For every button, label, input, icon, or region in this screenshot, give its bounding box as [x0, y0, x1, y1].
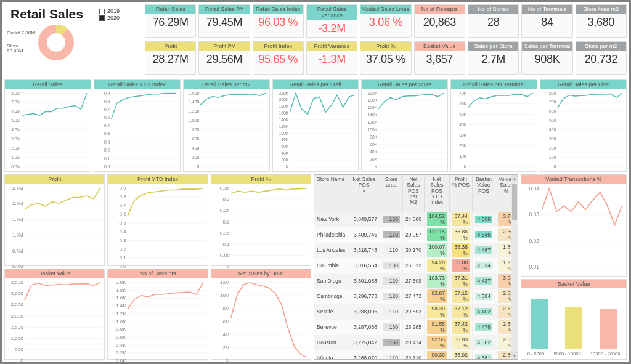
chart-card[interactable]: Net Sales by Hour 12M10M8M6M4M2MM0911131… [211, 269, 311, 360]
svg-text:1,500: 1,500 [11, 324, 23, 330]
chart-title: Retail Sales per Line [540, 80, 626, 89]
kpi-card[interactable]: Profit % 37.05 % [360, 41, 411, 75]
svg-text:100K: 100K [368, 127, 378, 132]
kpi-card[interactable]: No of Terminals 84 [521, 4, 572, 38]
cell: 30,170 [402, 243, 424, 258]
kpi-card[interactable]: Sales per Terminal 908K [521, 41, 572, 75]
cell: 92.55 % [424, 335, 449, 350]
legend-2020[interactable]: 2020 [99, 15, 120, 21]
chart-title: Voided Transactions % [521, 175, 626, 184]
chart-card[interactable]: Retail Sales per m2 1,6001,4001,2001,000… [183, 79, 270, 172]
table-row[interactable]: Seattle3,288,09511029,89298.39 %37.12 %4… [314, 304, 511, 320]
svg-text:0.4: 0.4 [120, 229, 127, 235]
kpi-card[interactable]: Profit 28.27M [145, 41, 196, 75]
svg-text:3,500: 3,500 [11, 280, 23, 285]
svg-text:3,000: 3,000 [11, 291, 23, 296]
col-header[interactable]: Basket Value POS [472, 175, 495, 212]
svg-text:0.15: 0.15 [220, 230, 230, 236]
voided-chart[interactable]: Voided Transactions %0.040.030.020.01 [521, 174, 627, 277]
kpi-card[interactable]: Basket Value 3,657 [414, 41, 465, 75]
donut-svg [36, 23, 76, 62]
chart-card[interactable]: Profit % 0.350.30.250.20.150.10.050 [211, 174, 311, 266]
legend-2019[interactable]: 2019 [99, 8, 120, 14]
chart-card[interactable]: Retail Sales per Staff 220K200K180K160K1… [272, 79, 359, 172]
col-header[interactable]: Store area [380, 175, 402, 212]
col-header[interactable]: Voided Sales % [495, 175, 511, 212]
kpi-card[interactable]: Retail Sales PY 79.45M [198, 4, 250, 38]
col-header[interactable]: Net Sales POS per M2 [402, 175, 424, 212]
svg-text:0.3: 0.3 [120, 238, 127, 243]
scrollbar[interactable]: ▲ ▼ [511, 175, 518, 359]
kpi-card[interactable]: Profit Index 95.65 % [253, 41, 304, 75]
table-row[interactable]: New York3,849,57716024,060104.52 %37.44 … [314, 212, 511, 227]
bar[interactable] [600, 309, 617, 349]
col-header[interactable]: Store Name [314, 175, 348, 212]
table-row[interactable]: San Diego3,301,08312027,509103.73 %37.31… [314, 273, 511, 289]
kpi-card[interactable]: Voided Sales Lines 3.06 % [360, 4, 411, 38]
kpi-card[interactable]: No of Receipts 20,863 [414, 4, 465, 38]
basket-bars-card[interactable]: Basket Value 0 - 50005000 - 1000010000 -… [521, 279, 627, 360]
table-body[interactable]: New York3,849,57716024,060104.52 %37.44 … [314, 212, 511, 359]
cell: 20,057 [402, 227, 424, 243]
scroll-up-icon[interactable]: ▲ [511, 175, 518, 182]
year-legend[interactable]: 2019 2020 [99, 8, 120, 21]
store-table[interactable]: Store NameNet Sales POS▼Store areaNet Sa… [314, 174, 518, 360]
kpi-card[interactable]: Retail Sales 76.29M [145, 4, 196, 38]
kpi-head: Profit % [360, 42, 410, 51]
charts-bot-left: Basket Value 3,5003,0002,5002,0001,5001,… [4, 269, 311, 360]
cell: 27,509 [402, 273, 424, 289]
kpi-head: Sales per Terminal [522, 42, 572, 51]
table-row[interactable]: Atlanta3,268,07011029,71090.30 %36.92 %4… [314, 350, 511, 359]
kpi-head: No of Terminals [522, 5, 572, 14]
cell: 120 [380, 289, 402, 304]
kpi-card[interactable]: Profit Variance -1.3M [306, 41, 357, 75]
svg-text:K: K [375, 163, 378, 169]
table-row[interactable]: Cambridge3,296,77312027,47392.87 %37.15 … [314, 289, 511, 304]
cell: 3,296,773 [348, 289, 380, 304]
table-header-row[interactable]: Store NameNet Sales POS▼Store areaNet Sa… [314, 175, 511, 212]
svg-text:400: 400 [192, 145, 199, 151]
svg-text:0.0: 0.0 [104, 163, 110, 169]
bar[interactable] [565, 307, 582, 349]
col-header[interactable]: Net Sales POS YTD Index [424, 175, 449, 212]
chart-card[interactable]: Retail Sales per Line 800700600500400300… [540, 79, 627, 172]
kpi-card[interactable]: Retail Sales Variance -3.2M [306, 4, 357, 38]
col-header[interactable]: Profit % POS [449, 175, 472, 212]
kpi-card[interactable]: Retail Sales Index 96.03 % [253, 4, 304, 38]
table-row[interactable]: Philadelphia3,409,74517020,057111.15 %36… [314, 227, 511, 243]
chart-card[interactable]: Retail Sales 8.0M7.0M6.0M5.0M4.0M3.0M2.0… [4, 79, 91, 172]
cell: 24,060 [402, 212, 424, 227]
kpi-head: Retail Sales PY [199, 5, 249, 14]
cell: 2.59 % [495, 320, 511, 335]
kpi-card[interactable]: Sales per Store 2.7M [468, 41, 519, 75]
chart-card[interactable]: Retail Sales per Terminal 70K60K50K40K30… [450, 79, 537, 172]
svg-text:300: 300 [549, 136, 556, 142]
chart-card[interactable]: Basket Value 3,5003,0002,5002,0001,5001,… [4, 269, 105, 360]
scrollbar-thumb[interactable] [512, 184, 517, 220]
bar[interactable] [531, 299, 548, 349]
table-row[interactable]: Los Angeles3,318,74811030,170100.07 %38.… [314, 243, 511, 258]
table-row[interactable]: Bellevue3,287,05613025,28591.55 %37.42 %… [314, 320, 511, 335]
chart-card[interactable]: Profit YTD Index 0.90.80.70.60.50.40.30.… [107, 174, 208, 266]
kpi-card[interactable]: No of Stores 28 [468, 4, 519, 38]
cell: 3,268,070 [348, 350, 380, 359]
chart-svg: 0.90.80.70.60.50.40.30.20.10.0 [94, 90, 179, 170]
kpi-head: Retail Sales [145, 5, 195, 14]
kpi-card[interactable]: Store per m2 20,732 [576, 41, 627, 75]
svg-text:80K: 80K [281, 137, 288, 142]
chart-card[interactable]: Retail Sales YTD Index 0.90.80.70.60.50.… [94, 79, 181, 172]
table-row[interactable]: Columbia3,316,56413025,51294.20 %35.00 %… [314, 258, 511, 273]
kpi-card[interactable]: Profit PY 29.56M [198, 41, 250, 75]
scroll-down-icon[interactable]: ▼ [511, 352, 518, 359]
col-header[interactable]: Net Sales POS▼ [348, 175, 380, 212]
chart-card[interactable]: Retail Sales per Store 200K180K160K140K1… [361, 79, 448, 172]
svg-text:0.35: 0.35 [220, 185, 230, 191]
kpi-card[interactable]: Store Area m2 3,680 [576, 4, 627, 38]
chart-card[interactable]: No of Receipts 2.0K1.8K1.6K1.4K1.2K1.0K0… [107, 269, 208, 360]
kpi-value: -3.2M [318, 22, 346, 35]
donut-chart[interactable]: Outlet 7.86M Store68.43M [7, 23, 142, 62]
table-row[interactable]: Houston3,275,84216020,47492.55 %36.93 %4… [314, 335, 511, 350]
chart-svg: 70K60K50K40K30K20K10KK [451, 90, 535, 170]
cell: 2.50 % [495, 227, 511, 243]
chart-card[interactable]: Profit 2.5M2.0M1.5M1.0M0.5M0.0M [4, 174, 105, 266]
